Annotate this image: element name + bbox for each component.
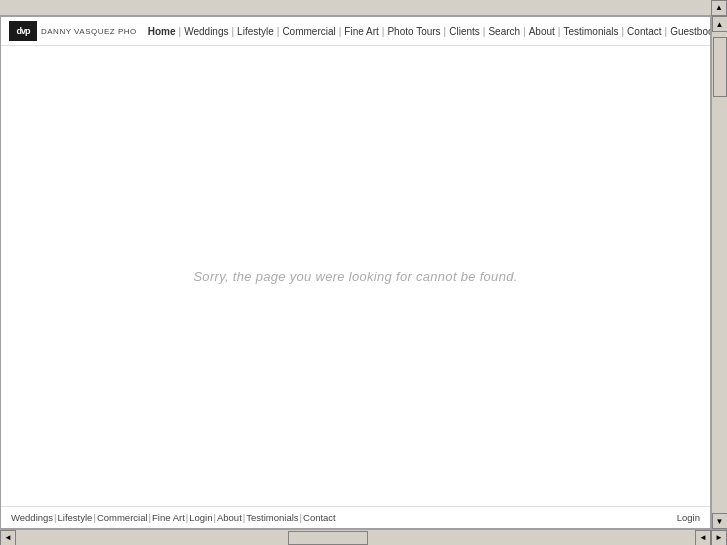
main-content: dvp DANNY VASQUEZ PHO Home | Weddings | … [0,16,711,529]
nav-testimonials[interactable]: Testimonials [560,26,621,37]
scroll-right-btn2[interactable]: ► [711,530,727,546]
browser-window: ▲ dvp DANNY VASQUEZ PHO Home | Weddings … [0,0,727,545]
error-message: Sorry, the page you were looking for can… [193,269,517,284]
nav-photo-tours[interactable]: Photo Tours [384,26,443,37]
bottom-scrollbar: ◄ ◄ ► [0,529,727,545]
footer-commercial[interactable]: Commercial [97,512,148,523]
footer-nav: Weddings | Lifestyle | Commercial | Fine… [11,512,336,523]
scroll-track-v [712,32,728,513]
footer-login-right[interactable]: Login [677,512,700,523]
footer-login[interactable]: Login [189,512,212,523]
scroll-right-btn1[interactable]: ◄ [695,530,711,546]
brand-name: DANNY VASQUEZ PHO [41,27,137,36]
footer-testimonials[interactable]: Testimonials [246,512,298,523]
nav-lifestyle[interactable]: Lifestyle [234,26,277,37]
nav-clients[interactable]: Clients [446,26,483,37]
scroll-down-right-btn[interactable]: ▼ [712,513,728,529]
nav-about[interactable]: About [526,26,558,37]
footer-lifestyle[interactable]: Lifestyle [58,512,93,523]
nav-search[interactable]: Search [485,26,523,37]
page-wrapper: dvp DANNY VASQUEZ PHO Home | Weddings | … [0,16,727,529]
footer-fine-art[interactable]: Fine Art [152,512,185,523]
scroll-left-btn[interactable]: ◄ [0,530,16,546]
site-footer: Weddings | Lifestyle | Commercial | Fine… [1,506,710,528]
footer-weddings[interactable]: Weddings [11,512,53,523]
logo: dvp [9,21,37,41]
content-area: Sorry, the page you were looking for can… [1,46,710,506]
nav-bar: Home | Weddings | Lifestyle | Commercial… [145,26,711,37]
logo-text: dvp [16,26,29,36]
site-header: dvp DANNY VASQUEZ PHO Home | Weddings | … [1,17,710,46]
scroll-up-right-btn[interactable]: ▲ [712,16,728,32]
nav-contact[interactable]: Contact [624,26,664,37]
footer-contact[interactable]: Contact [303,512,336,523]
nav-guestbook[interactable]: Guestbook [667,26,711,37]
nav-commercial[interactable]: Commercial [279,26,338,37]
scroll-right-btns: ◄ ► [695,530,727,546]
nav-weddings[interactable]: Weddings [181,26,231,37]
footer-about[interactable]: About [217,512,242,523]
scroll-track-h [16,530,695,546]
scroll-thumb-h[interactable] [288,531,368,545]
right-scrollbar: ▲ ▼ [711,16,727,529]
nav-home[interactable]: Home [145,26,179,37]
scroll-up-btn[interactable]: ▲ [711,0,727,16]
nav-fine-art[interactable]: Fine Art [341,26,381,37]
top-scrollbar: ▲ [0,0,727,16]
scroll-thumb-v[interactable] [713,37,727,97]
